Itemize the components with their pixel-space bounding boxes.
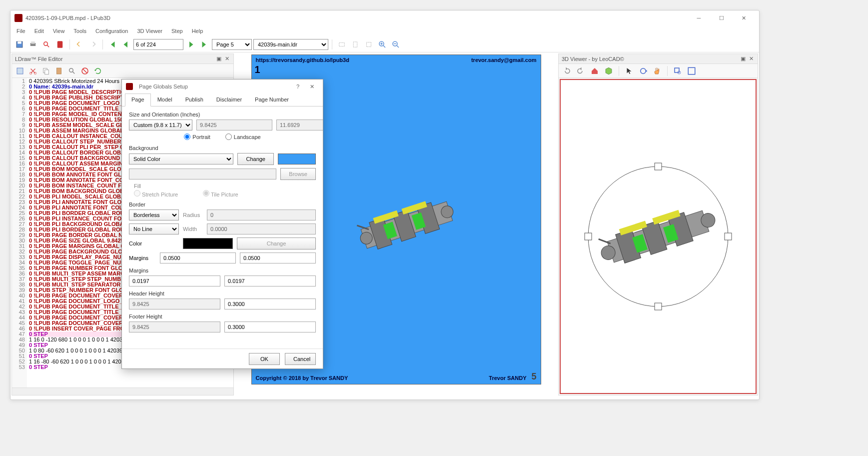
refresh-editor-icon[interactable]	[92, 65, 104, 77]
page-select[interactable]: Page 5	[212, 39, 252, 50]
border-color-swatch[interactable]	[183, 238, 233, 249]
tab-page[interactable]: Page	[125, 94, 151, 106]
titlebar: 42039S-1-09-LPUB.mpd - LPub3D ─ ☐ ✕	[10, 10, 759, 26]
footer-height-label: Footer Height	[129, 314, 316, 320]
viewer-undo-icon[interactable]	[561, 65, 573, 77]
header-ro-input[interactable]	[129, 298, 220, 310]
viewer-home-icon[interactable]	[589, 65, 601, 77]
background-type-select[interactable]: Solid Color	[129, 154, 233, 164]
viewer-cube-icon[interactable]	[603, 65, 615, 77]
svg-line-26	[83, 69, 87, 73]
redo-icon[interactable]	[87, 38, 99, 50]
tab-model[interactable]: Model	[151, 94, 179, 106]
prev-page-icon[interactable]	[120, 38, 132, 50]
svg-point-38	[641, 68, 646, 74]
actual-size-icon[interactable]	[363, 38, 375, 50]
zoom-extents-icon[interactable]	[686, 65, 698, 77]
radius-input[interactable]	[207, 210, 316, 220]
page-height-input[interactable]	[276, 120, 323, 130]
menu-3dviewer[interactable]: 3D Viewer	[133, 27, 166, 35]
find-icon[interactable]	[40, 38, 52, 50]
dock-close-icon[interactable]: ✕	[223, 56, 230, 62]
undo-icon[interactable]	[73, 38, 85, 50]
bg-image-path[interactable]	[129, 168, 276, 180]
dialog-close-button[interactable]: ✕	[305, 80, 319, 92]
close-button[interactable]: ✕	[733, 11, 755, 25]
page-size-select[interactable]: Custom (9.8 x 11.7)	[129, 120, 192, 130]
portrait-radio[interactable]: Portrait	[184, 134, 210, 140]
page-width-input[interactable]	[196, 120, 272, 130]
menu-view[interactable]: View	[49, 27, 69, 35]
menu-file[interactable]: File	[12, 27, 29, 35]
page-footer-left: Copyright © 2018 by Trevor SANDY	[256, 375, 348, 381]
next-page-icon[interactable]	[185, 38, 197, 50]
last-page-icon[interactable]	[198, 38, 210, 50]
menu-tools[interactable]: Tools	[69, 27, 90, 35]
maximize-button[interactable]: ☐	[710, 11, 733, 25]
pdf-icon[interactable]	[54, 38, 66, 50]
margin2-x-input[interactable]	[129, 276, 220, 286]
dock-float-icon[interactable]: ▣	[215, 56, 222, 62]
svg-rect-45	[585, 233, 592, 240]
bg-color-swatch[interactable]	[278, 154, 316, 164]
rotate-view-icon[interactable]	[637, 65, 649, 77]
footer-val-input[interactable]	[224, 322, 316, 332]
fit-width-icon[interactable]	[336, 38, 348, 50]
fit-page-icon[interactable]	[349, 38, 361, 50]
model-select[interactable]: 42039s-main.ldr	[253, 39, 328, 50]
border-change-button[interactable]: Change	[237, 238, 316, 250]
margin-y-input[interactable]	[240, 252, 316, 264]
save-icon[interactable]	[13, 38, 25, 50]
border-type-select[interactable]: Borderless	[129, 210, 179, 220]
tab-publish[interactable]: Publish	[179, 94, 210, 106]
svg-rect-39	[675, 68, 679, 72]
cut-icon[interactable]	[27, 65, 39, 77]
cursor-icon[interactable]	[623, 65, 635, 77]
editor-hscroll[interactable]	[12, 388, 233, 395]
margin-x-input[interactable]	[160, 252, 236, 264]
svg-line-11	[383, 46, 385, 48]
paste-icon[interactable]	[53, 65, 65, 77]
menu-step[interactable]: Step	[167, 27, 187, 35]
footer-ro-input[interactable]	[129, 322, 220, 332]
tile-radio: Tile Picture	[203, 190, 238, 198]
minimize-button[interactable]: ─	[688, 11, 710, 25]
page-counter-input[interactable]	[133, 39, 183, 50]
bg-change-button[interactable]: Change	[237, 153, 274, 165]
svg-line-5	[47, 45, 49, 47]
first-page-icon[interactable]	[106, 38, 118, 50]
delete-icon[interactable]	[79, 65, 91, 77]
editor-title: LDraw™ File Editor	[15, 56, 62, 62]
tab-disclaimer[interactable]: Disclaimer	[210, 94, 248, 106]
print-icon[interactable]	[27, 38, 39, 50]
editor-toolbar	[12, 64, 233, 78]
margin2-y-input[interactable]	[224, 276, 316, 286]
border-line-select[interactable]: No Line	[129, 224, 179, 234]
landscape-radio[interactable]: Landscape	[225, 134, 261, 140]
dialog-help-button[interactable]: ?	[291, 80, 305, 92]
color-label: Color	[129, 240, 179, 246]
browse-button[interactable]: Browse	[280, 168, 316, 180]
tab-pagenumber[interactable]: Page Number	[248, 94, 295, 106]
border-width-input[interactable]	[207, 224, 316, 234]
viewer-float-icon[interactable]: ▣	[740, 56, 747, 62]
menu-help[interactable]: Help	[188, 27, 207, 35]
viewer-content[interactable]	[560, 79, 757, 394]
zoom-out-icon[interactable]	[390, 38, 402, 50]
search-editor-icon[interactable]	[66, 65, 78, 77]
zoom-in-icon[interactable]	[376, 38, 388, 50]
cancel-button[interactable]: Cancel	[285, 353, 316, 365]
menu-configuration[interactable]: Configuration	[91, 27, 132, 35]
pan-icon[interactable]	[651, 65, 663, 77]
ok-button[interactable]: OK	[249, 353, 280, 365]
svg-rect-3	[31, 42, 35, 44]
zoom-region-icon[interactable]	[672, 65, 684, 77]
main-toolbar: Page 5 42039s-main.ldr	[10, 36, 759, 52]
header-val-input[interactable]	[224, 298, 316, 310]
viewer-redo-icon[interactable]	[575, 65, 587, 77]
menu-edit[interactable]: Edit	[30, 27, 48, 35]
viewer-toolbar	[559, 64, 758, 78]
copy-icon[interactable]	[40, 65, 52, 77]
viewer-close-icon[interactable]: ✕	[748, 56, 755, 62]
select-all-icon[interactable]	[14, 65, 26, 77]
